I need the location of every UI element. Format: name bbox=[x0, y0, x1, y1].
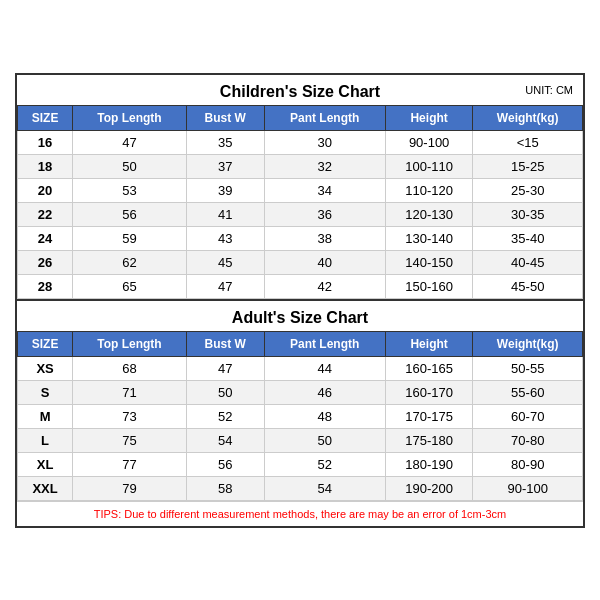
table-cell: 18 bbox=[18, 154, 73, 178]
table-cell: <15 bbox=[473, 130, 583, 154]
col-header-top-length: Top Length bbox=[73, 105, 187, 130]
table-row: XS684744160-16550-55 bbox=[18, 356, 583, 380]
table-cell: 46 bbox=[264, 380, 385, 404]
table-cell: 80-90 bbox=[473, 452, 583, 476]
tips-text: TIPS: Due to different measurement metho… bbox=[17, 501, 583, 526]
table-cell: 34 bbox=[264, 178, 385, 202]
table-cell: 77 bbox=[73, 452, 187, 476]
table-cell: XL bbox=[18, 452, 73, 476]
table-cell: 90-100 bbox=[473, 476, 583, 500]
table-cell: 120-130 bbox=[385, 202, 473, 226]
table-row: S715046160-17055-60 bbox=[18, 380, 583, 404]
table-cell: 35-40 bbox=[473, 226, 583, 250]
col-header-height: Height bbox=[385, 105, 473, 130]
table-cell: 28 bbox=[18, 274, 73, 298]
table-cell: 53 bbox=[73, 178, 187, 202]
table-cell: S bbox=[18, 380, 73, 404]
table-cell: 73 bbox=[73, 404, 187, 428]
table-cell: 16 bbox=[18, 130, 73, 154]
table-cell: 55-60 bbox=[473, 380, 583, 404]
table-cell: 56 bbox=[186, 452, 264, 476]
table-cell: 150-160 bbox=[385, 274, 473, 298]
table-row: 26624540140-15040-45 bbox=[18, 250, 583, 274]
adult-title: Adult's Size Chart bbox=[17, 299, 583, 331]
table-cell: 52 bbox=[186, 404, 264, 428]
children-title-text: Children's Size Chart bbox=[220, 83, 380, 100]
table-cell: 40 bbox=[264, 250, 385, 274]
table-cell: 70-80 bbox=[473, 428, 583, 452]
table-cell: 180-190 bbox=[385, 452, 473, 476]
table-cell: 160-165 bbox=[385, 356, 473, 380]
table-cell: 110-120 bbox=[385, 178, 473, 202]
table-cell: 58 bbox=[186, 476, 264, 500]
adult-header-row: SIZE Top Length Bust W Pant Length Heigh… bbox=[18, 331, 583, 356]
table-cell: 43 bbox=[186, 226, 264, 250]
table-cell: 37 bbox=[186, 154, 264, 178]
adult-col-header-pant-length: Pant Length bbox=[264, 331, 385, 356]
table-cell: 56 bbox=[73, 202, 187, 226]
table-cell: 175-180 bbox=[385, 428, 473, 452]
table-row: L755450175-18070-80 bbox=[18, 428, 583, 452]
table-cell: 35 bbox=[186, 130, 264, 154]
adult-col-header-weight: Weight(kg) bbox=[473, 331, 583, 356]
col-header-bust-w: Bust W bbox=[186, 105, 264, 130]
table-cell: 65 bbox=[73, 274, 187, 298]
table-cell: 24 bbox=[18, 226, 73, 250]
adult-col-header-height: Height bbox=[385, 331, 473, 356]
table-cell: 15-25 bbox=[473, 154, 583, 178]
adult-col-header-bust-w: Bust W bbox=[186, 331, 264, 356]
size-chart-container: Children's Size Chart UNIT: CM SIZE Top … bbox=[15, 73, 585, 528]
adult-col-header-top-length: Top Length bbox=[73, 331, 187, 356]
table-cell: 30 bbox=[264, 130, 385, 154]
col-header-weight: Weight(kg) bbox=[473, 105, 583, 130]
table-row: 24594338130-14035-40 bbox=[18, 226, 583, 250]
unit-label: UNIT: CM bbox=[525, 84, 573, 96]
table-cell: 44 bbox=[264, 356, 385, 380]
children-header-row: SIZE Top Length Bust W Pant Length Heigh… bbox=[18, 105, 583, 130]
table-cell: 47 bbox=[73, 130, 187, 154]
table-row: XL775652180-19080-90 bbox=[18, 452, 583, 476]
table-cell: XS bbox=[18, 356, 73, 380]
table-cell: L bbox=[18, 428, 73, 452]
table-cell: 71 bbox=[73, 380, 187, 404]
table-cell: 22 bbox=[18, 202, 73, 226]
adult-title-text: Adult's Size Chart bbox=[232, 309, 368, 326]
table-cell: 60-70 bbox=[473, 404, 583, 428]
table-cell: 40-45 bbox=[473, 250, 583, 274]
table-cell: 30-35 bbox=[473, 202, 583, 226]
table-cell: 32 bbox=[264, 154, 385, 178]
children-title: Children's Size Chart UNIT: CM bbox=[17, 75, 583, 105]
table-cell: 45 bbox=[186, 250, 264, 274]
table-row: 1647353090-100<15 bbox=[18, 130, 583, 154]
table-cell: 160-170 bbox=[385, 380, 473, 404]
table-cell: 50 bbox=[264, 428, 385, 452]
table-cell: 48 bbox=[264, 404, 385, 428]
table-row: 18503732100-11015-25 bbox=[18, 154, 583, 178]
adult-col-header-size: SIZE bbox=[18, 331, 73, 356]
table-cell: 36 bbox=[264, 202, 385, 226]
col-header-size: SIZE bbox=[18, 105, 73, 130]
table-cell: 62 bbox=[73, 250, 187, 274]
table-cell: 42 bbox=[264, 274, 385, 298]
table-cell: 68 bbox=[73, 356, 187, 380]
table-cell: 47 bbox=[186, 356, 264, 380]
table-cell: M bbox=[18, 404, 73, 428]
table-cell: 130-140 bbox=[385, 226, 473, 250]
table-cell: 59 bbox=[73, 226, 187, 250]
table-cell: 38 bbox=[264, 226, 385, 250]
table-row: 28654742150-16045-50 bbox=[18, 274, 583, 298]
table-cell: 52 bbox=[264, 452, 385, 476]
table-row: XXL795854190-20090-100 bbox=[18, 476, 583, 500]
table-row: M735248170-17560-70 bbox=[18, 404, 583, 428]
col-header-pant-length: Pant Length bbox=[264, 105, 385, 130]
adult-table: SIZE Top Length Bust W Pant Length Heigh… bbox=[17, 331, 583, 501]
table-cell: 25-30 bbox=[473, 178, 583, 202]
table-cell: 50-55 bbox=[473, 356, 583, 380]
table-cell: 50 bbox=[73, 154, 187, 178]
table-cell: 79 bbox=[73, 476, 187, 500]
table-row: 22564136120-13030-35 bbox=[18, 202, 583, 226]
table-cell: 41 bbox=[186, 202, 264, 226]
table-cell: 45-50 bbox=[473, 274, 583, 298]
table-cell: 140-150 bbox=[385, 250, 473, 274]
table-cell: 54 bbox=[186, 428, 264, 452]
